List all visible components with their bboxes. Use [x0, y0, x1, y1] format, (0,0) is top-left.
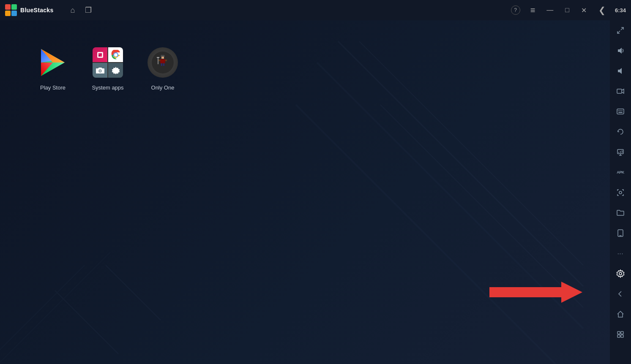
record-button[interactable] [610, 81, 631, 101]
svg-marker-62 [489, 282, 582, 303]
svg-point-21 [619, 191, 622, 194]
svg-rect-8 [617, 89, 622, 93]
keyboard-button[interactable] [610, 101, 631, 122]
play-store-icon [38, 47, 68, 78]
only-one-app[interactable]: Only One [144, 46, 182, 91]
volume-down-button[interactable] [610, 61, 631, 81]
sidebar-time: 6:34 [610, 0, 631, 20]
play-store-icon-wrapper [36, 46, 70, 79]
svg-point-47 [99, 70, 101, 72]
svg-marker-7 [618, 68, 622, 74]
svg-rect-41 [98, 55, 100, 57]
svg-rect-39 [98, 53, 100, 55]
bluestacks-logo [5, 4, 17, 16]
svg-rect-57 [158, 57, 158, 64]
svg-rect-54 [161, 56, 165, 57]
right-sidebar: 6:34 [610, 0, 631, 364]
collapse-sidebar-button[interactable]: ❮ [597, 3, 607, 17]
apk-label: APK [617, 170, 624, 174]
svg-rect-3 [11, 11, 17, 16]
logo-area: BlueStacks [5, 4, 53, 16]
app-grid: Play Store [34, 46, 182, 91]
svg-rect-1 [11, 4, 17, 10]
svg-rect-0 [5, 4, 11, 10]
only-one-label: Only One [151, 84, 175, 91]
app-title: BlueStacks [20, 7, 53, 14]
svg-line-35 [55, 291, 118, 354]
svg-rect-27 [617, 335, 620, 337]
apk-install-button[interactable]: APK [610, 162, 631, 182]
play-store-app[interactable]: Play Store [34, 46, 72, 91]
help-button[interactable]: ? [511, 5, 520, 15]
titlebar: BlueStacks ⌂ ❐ ? ≡ — □ ✕ ❮ [0, 0, 631, 20]
system-apps-icon [93, 47, 123, 78]
maximize-button[interactable]: □ [563, 5, 571, 16]
home-nav-button[interactable] [610, 304, 631, 324]
svg-rect-42 [100, 55, 102, 57]
svg-rect-2 [5, 11, 11, 16]
svg-rect-61 [160, 59, 165, 63]
folder-button[interactable] [610, 203, 631, 223]
svg-line-29 [338, 41, 583, 286]
close-button[interactable]: ✕ [579, 5, 588, 16]
svg-rect-58 [157, 57, 159, 58]
refresh-button[interactable] [610, 122, 631, 142]
back-nav-button[interactable] [610, 284, 631, 304]
red-arrow-svg [489, 280, 582, 305]
menu-button[interactable]: ≡ [529, 4, 537, 17]
svg-line-36 [0, 265, 85, 350]
svg-rect-26 [621, 331, 623, 334]
svg-point-24 [619, 272, 622, 275]
device-button[interactable] [610, 223, 631, 243]
red-arrow-annotation [489, 280, 582, 305]
svg-line-5 [617, 31, 620, 33]
more-dots: ··· [617, 250, 624, 257]
only-one-icon [148, 47, 178, 78]
svg-line-31 [380, 105, 583, 307]
minimize-button[interactable]: — [545, 5, 555, 16]
svg-line-4 [621, 27, 623, 30]
svg-point-45 [114, 53, 117, 57]
system-apps-app[interactable]: System apps [89, 46, 127, 91]
titlebar-controls: ? ≡ — □ ✕ ❮ [511, 0, 607, 20]
system-apps-icon-wrapper [91, 46, 125, 79]
screenshot-button[interactable] [610, 182, 631, 203]
titlebar-center: ⌂ ❐ [70, 5, 92, 15]
svg-line-37 [0, 253, 110, 362]
expand-button[interactable] [610, 20, 631, 41]
svg-rect-25 [617, 331, 620, 334]
home-nav-icon[interactable]: ⌂ [70, 6, 75, 15]
more-button[interactable]: ··· [610, 243, 631, 263]
svg-line-34 [106, 265, 161, 320]
copy-nav-icon[interactable]: ❐ [85, 5, 92, 15]
svg-line-33 [296, 105, 583, 364]
system-apps-label: System apps [92, 84, 123, 91]
main-content: Play Store [0, 20, 610, 364]
recents-button[interactable] [610, 324, 631, 345]
svg-rect-9 [617, 109, 624, 114]
svg-rect-40 [100, 53, 102, 55]
play-store-label: Play Store [40, 84, 66, 91]
svg-marker-6 [618, 48, 622, 54]
performance-button[interactable] [610, 142, 631, 162]
only-one-icon-wrapper [146, 46, 180, 79]
svg-line-30 [359, 41, 583, 265]
settings-button[interactable] [610, 263, 631, 284]
svg-rect-28 [621, 335, 623, 337]
volume-up-button[interactable] [610, 41, 631, 61]
